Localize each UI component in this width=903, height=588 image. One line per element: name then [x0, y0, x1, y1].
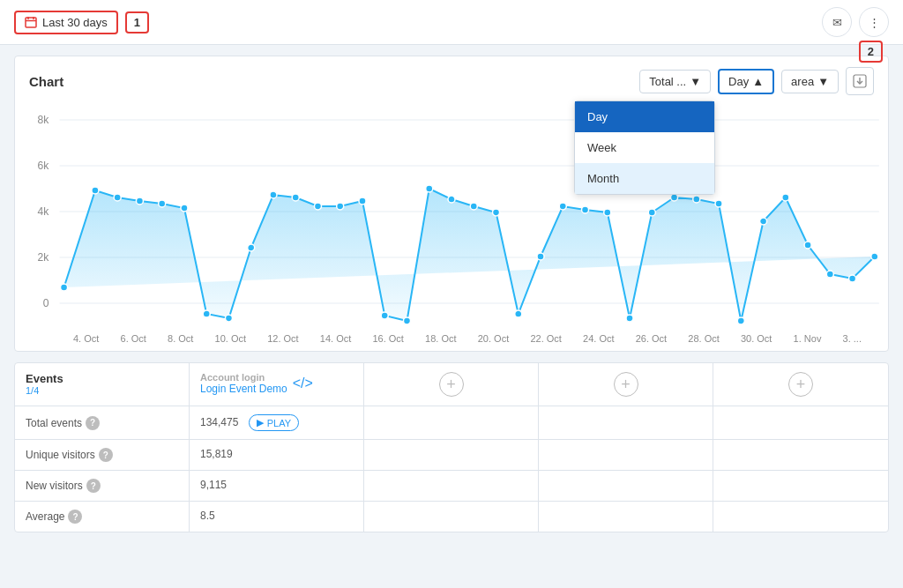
x-label-11: 26. Oct — [636, 333, 667, 344]
date-range-label: Last 30 days — [42, 16, 108, 29]
svg-rect-0 — [26, 18, 36, 27]
x-label-10: 24. Oct — [583, 333, 614, 344]
total-events-label-cell: Total events ? — [15, 406, 190, 439]
average-col4 — [539, 502, 713, 532]
svg-point-22 — [203, 310, 210, 317]
svg-point-24 — [248, 244, 255, 251]
new-visitors-col3 — [364, 471, 539, 501]
chart-header: Chart Total ... ▼ Day ▲ area ▼ — [29, 67, 874, 95]
x-label-13: 30. Oct — [741, 333, 772, 344]
svg-point-17 — [92, 187, 99, 194]
account-login-cell: Account login Login Event Demo </> — [190, 363, 364, 406]
svg-point-26 — [292, 194, 299, 201]
x-label-3: 10. Oct — [215, 333, 246, 344]
stats-section: Events 1/4 Account login Login Event Dem… — [14, 362, 889, 532]
x-label-14: 1. Nov — [794, 333, 822, 344]
x-label-6: 16. Oct — [372, 333, 403, 344]
date-range-button[interactable]: Last 30 days — [14, 11, 118, 34]
plus-icon-3[interactable]: + — [788, 372, 813, 397]
total-events-help-icon[interactable]: ? — [86, 416, 100, 430]
svg-point-43 — [671, 194, 678, 201]
more-icon: ⋮ — [869, 16, 880, 29]
area-dropdown-button[interactable]: area ▼ — [781, 70, 839, 93]
svg-point-48 — [782, 194, 789, 201]
unique-visitors-value-cell: 15,819 — [190, 440, 364, 470]
new-visitors-col5 — [713, 471, 888, 501]
svg-point-50 — [826, 271, 833, 278]
day-dropdown-button[interactable]: Day ▲ — [718, 69, 774, 94]
svg-point-28 — [337, 203, 344, 210]
total-dropdown-label: Total ... — [649, 75, 686, 88]
svg-point-42 — [648, 209, 655, 216]
x-label-1: 6. Oct — [121, 333, 146, 344]
chart-title: Chart — [29, 74, 63, 89]
svg-point-47 — [760, 218, 767, 225]
svg-point-38 — [559, 203, 566, 210]
total-events-col3 — [364, 406, 539, 439]
more-icon-button[interactable]: ⋮ — [859, 7, 889, 37]
new-visitors-help-icon[interactable]: ? — [86, 479, 101, 493]
add-cell-3[interactable]: + — [713, 363, 888, 406]
svg-text:2k: 2k — [38, 251, 50, 264]
svg-point-27 — [314, 203, 321, 210]
svg-point-44 — [693, 196, 700, 203]
new-visitors-label-cell: New visitors ? — [15, 471, 190, 501]
dropdown-item-day[interactable]: Day — [575, 101, 714, 132]
svg-text:4k: 4k — [38, 205, 50, 218]
new-visitors-value: 9,115 — [200, 479, 227, 491]
svg-text:8k: 8k — [38, 114, 50, 126]
svg-text:0: 0 — [43, 297, 49, 309]
day-dropdown-label: Day — [728, 75, 749, 88]
svg-point-34 — [470, 203, 477, 210]
badge-2: 2 — [859, 41, 883, 63]
svg-point-29 — [359, 197, 366, 205]
x-label-15: 3. ... — [843, 333, 862, 344]
unique-visitors-label: Unique visitors — [26, 449, 95, 461]
svg-point-23 — [225, 315, 232, 322]
x-label-12: 28. Oct — [688, 333, 719, 344]
average-value-cell: 8.5 — [190, 502, 364, 532]
unique-visitors-col5 — [713, 440, 888, 470]
svg-point-16 — [61, 284, 68, 291]
stats-row-average: Average ? 8.5 — [15, 502, 888, 532]
svg-point-33 — [448, 196, 455, 203]
plus-icon-2[interactable]: + — [614, 372, 638, 397]
unique-visitors-help-icon[interactable]: ? — [99, 448, 113, 462]
unique-visitors-col3 — [364, 440, 539, 470]
stats-row-total-events: Total events ? 134,475 ▶ PLAY — [15, 406, 888, 440]
day-dropdown-menu: Day Week Month — [574, 100, 715, 195]
dropdown-item-month[interactable]: Month — [575, 163, 714, 194]
average-label-cell: Average ? — [15, 502, 190, 532]
svg-text:6k: 6k — [38, 160, 50, 172]
play-button[interactable]: ▶ PLAY — [249, 414, 299, 431]
x-label-9: 22. Oct — [530, 333, 561, 344]
dropdown-item-week[interactable]: Week — [575, 132, 714, 163]
average-col5 — [713, 502, 888, 532]
email-icon-button[interactable]: ✉ — [822, 7, 852, 37]
total-events-value-cell: 134,475 ▶ PLAY — [190, 406, 364, 439]
events-label: Events — [26, 372, 178, 385]
events-header-cell: Events 1/4 — [15, 363, 190, 406]
email-icon: ✉ — [832, 16, 842, 29]
top-bar-left: Last 30 days 1 — [14, 11, 149, 34]
total-dropdown-button[interactable]: Total ... ▼ — [639, 70, 711, 93]
download-button[interactable] — [846, 67, 874, 95]
average-help-icon[interactable]: ? — [68, 510, 82, 524]
x-label-8: 20. Oct — [478, 333, 509, 344]
svg-point-32 — [426, 185, 433, 192]
new-visitors-col4 — [539, 471, 713, 501]
plus-icon-1[interactable]: + — [439, 372, 464, 397]
code-icon: </> — [293, 376, 313, 391]
new-visitors-label: New visitors — [26, 480, 83, 492]
stats-row-unique-visitors: Unique visitors ? 15,819 — [15, 440, 888, 471]
add-cell-2[interactable]: + — [539, 363, 713, 406]
svg-point-51 — [849, 275, 856, 282]
total-dropdown-arrow: ▼ — [690, 75, 701, 88]
main-content: Chart Total ... ▼ Day ▲ area ▼ — [0, 45, 903, 543]
play-label: PLAY — [267, 418, 291, 428]
stats-header-row: Events 1/4 Account login Login Event Dem… — [15, 363, 888, 406]
svg-point-21 — [181, 205, 188, 212]
chart-card: Chart Total ... ▼ Day ▲ area ▼ — [14, 56, 889, 352]
add-cell-1[interactable]: + — [364, 363, 539, 406]
average-col3 — [364, 502, 539, 532]
